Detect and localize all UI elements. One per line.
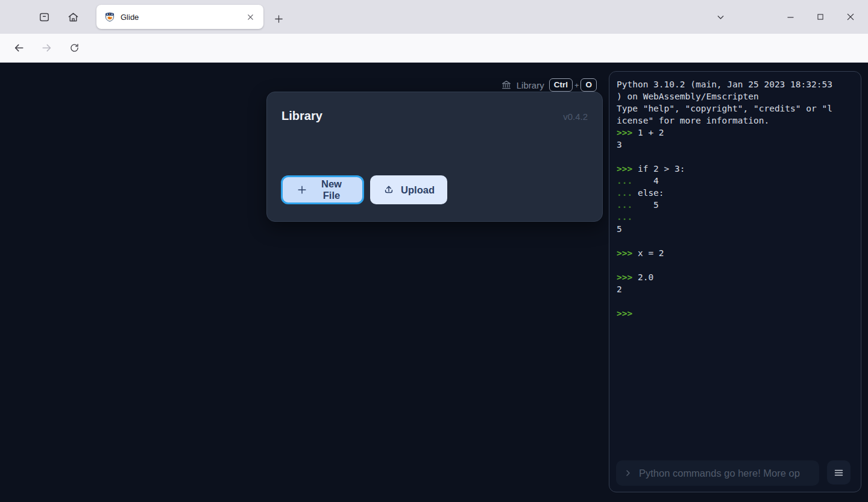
console-line bbox=[617, 259, 855, 271]
upload-label: Upload bbox=[401, 184, 435, 196]
console-line bbox=[617, 235, 855, 247]
kbd-ctrl: Ctrl bbox=[549, 78, 573, 92]
new-file-button[interactable]: New File bbox=[281, 175, 364, 204]
console-line: 3 bbox=[617, 139, 855, 151]
tab-close-icon[interactable] bbox=[243, 10, 257, 24]
console-line: >>> 1 + 2 bbox=[617, 127, 855, 139]
console-input-row bbox=[616, 460, 851, 486]
kbd-plus: + bbox=[574, 81, 579, 90]
modal-title: Library bbox=[281, 109, 322, 123]
console-line: Python 3.10.2 (main, Jan 25 2023 18:32:5… bbox=[617, 78, 855, 90]
chevron-right-icon bbox=[623, 468, 633, 478]
browser-window: Glide bbox=[0, 0, 868, 502]
hamburger-icon bbox=[833, 467, 844, 478]
console-input-wrap[interactable] bbox=[616, 460, 819, 486]
keyboard-shortcut: Ctrl + O bbox=[549, 78, 597, 92]
library-building-icon bbox=[501, 80, 512, 90]
minimize-icon[interactable] bbox=[775, 5, 805, 29]
console-line: icense" for more information. bbox=[617, 115, 855, 127]
console-line: >>> if 2 > 3: bbox=[617, 163, 855, 175]
tab-bar: Glide bbox=[0, 0, 868, 34]
reload-icon[interactable] bbox=[64, 38, 84, 58]
kbd-o: O bbox=[580, 78, 597, 92]
library-modal: Library v0.4.2 New File Upload bbox=[266, 92, 603, 222]
page-content: Library Ctrl + O Library v0.4.2 New File bbox=[0, 63, 868, 502]
console-line: 5 bbox=[617, 223, 855, 235]
tab-glide[interactable]: Glide bbox=[96, 5, 263, 29]
list-all-tabs-icon[interactable] bbox=[710, 7, 731, 27]
console-line bbox=[617, 151, 855, 163]
window-controls bbox=[775, 0, 868, 34]
close-window-icon[interactable] bbox=[835, 5, 866, 29]
console-output: Python 3.10.2 (main, Jan 25 2023 18:32:5… bbox=[617, 78, 855, 319]
console-line: ... else: bbox=[617, 187, 855, 199]
forward-icon[interactable] bbox=[36, 38, 57, 58]
new-tab-icon[interactable] bbox=[268, 8, 289, 29]
console-line: >>> 2.0 bbox=[617, 271, 855, 283]
console-line: >>> x = 2 bbox=[617, 247, 855, 259]
maximize-icon[interactable] bbox=[805, 5, 835, 29]
console-line: 2 bbox=[617, 283, 855, 295]
python-console-panel: Python 3.10.2 (main, Jan 25 2023 18:32:5… bbox=[609, 71, 861, 492]
console-line: ... 5 bbox=[617, 199, 855, 211]
console-line: ... 4 bbox=[617, 175, 855, 187]
back-icon[interactable] bbox=[8, 38, 29, 58]
modal-actions: New File Upload bbox=[281, 175, 447, 204]
nus-favicon bbox=[105, 12, 115, 22]
console-line: Type "help", "copyright", "credits" or "… bbox=[617, 102, 855, 115]
console-line: ) on WebAssembly/Emscripten bbox=[617, 90, 855, 102]
console-line: >>> bbox=[617, 307, 855, 319]
modal-version: v0.4.2 bbox=[563, 111, 588, 122]
library-shortcut-header[interactable]: Library Ctrl + O bbox=[0, 78, 597, 92]
navigation-toolbar: https://www.comp.nus.edu.sg/~cs1010s/gli… bbox=[0, 34, 868, 63]
firefox-view-icon[interactable] bbox=[34, 7, 54, 27]
tab-title: Glide bbox=[121, 13, 243, 22]
python-command-input[interactable] bbox=[639, 468, 813, 479]
upload-icon bbox=[383, 184, 395, 196]
console-line bbox=[617, 295, 855, 307]
upload-button[interactable]: Upload bbox=[370, 175, 447, 204]
new-file-label: New File bbox=[314, 178, 349, 201]
plus-icon bbox=[296, 184, 308, 196]
home-icon[interactable] bbox=[63, 7, 83, 27]
library-header-label: Library bbox=[517, 80, 544, 90]
console-menu-button[interactable] bbox=[827, 460, 851, 485]
console-line: ... bbox=[617, 211, 855, 223]
